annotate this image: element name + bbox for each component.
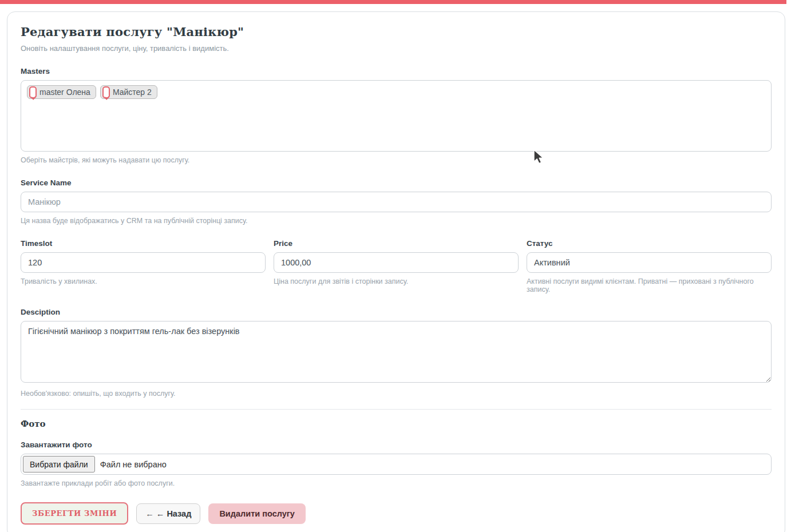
timeslot-label: Timeslot (21, 239, 266, 248)
save-button[interactable]: ЗБЕРЕГТИ ЗМІНИ (21, 502, 128, 525)
price-field: Price Ціна послуги для звітів і сторінки… (274, 239, 519, 293)
masters-help: Оберіть майстрів, які можуть надавати цю… (21, 156, 772, 164)
choose-files-button[interactable]: Вибрати файли (23, 456, 95, 473)
status-help: Активні послуги видимі клієнтам. Приватн… (527, 277, 772, 293)
description-textarea[interactable]: Гігієнічний манікюр з покриттям гель-лак… (21, 321, 772, 383)
photo-upload-label: Завантажити фото (21, 440, 772, 449)
service-name-help: Ця назва буде відображатись у CRM та на … (21, 217, 772, 225)
checkbox-icon (102, 86, 110, 98)
price-help: Ціна послуги для звітів і сторінки запис… (274, 277, 519, 285)
masters-select[interactable]: master Олена Майстер 2 (21, 80, 772, 152)
photo-heading: Фото (21, 419, 772, 429)
master-chip[interactable]: master Олена (27, 85, 96, 99)
numbers-row: Timeslot Тривалість у хвилинах. Price Ці… (21, 239, 772, 293)
master-chip-label: Майстер 2 (113, 88, 152, 97)
photo-upload-field: Завантажити фото Вибрати файли Файл не в… (21, 440, 772, 487)
description-field: Desciption Гігієнічний манікюр з покритт… (21, 308, 772, 398)
masters-field: Masters master Олена Майстер 2 Оберіть м… (21, 67, 772, 164)
checkbox-icon (29, 86, 37, 98)
actions-row: ЗБЕРЕГТИ ЗМІНИ ←← Назад Видалити послугу (21, 502, 772, 525)
description-label: Desciption (21, 308, 772, 316)
page-subtitle: Оновіть налаштування послуги, ціну, трив… (21, 44, 772, 53)
page-title: Редагувати послугу "Манікюр" (21, 25, 772, 39)
master-chip[interactable]: Майстер 2 (100, 85, 157, 99)
master-chip-label: master Олена (39, 88, 90, 97)
masters-label: Masters (21, 67, 772, 76)
service-name-label: Service Name (21, 178, 772, 187)
timeslot-help: Тривалість у хвилинах. (21, 277, 266, 285)
file-input[interactable]: Вибрати файли Файл не вибрано (21, 454, 772, 475)
description-help: Необов'язково: опишіть, що входить у пос… (21, 390, 772, 398)
back-button-label: ← Назад (156, 509, 192, 518)
file-status-text: Файл не вибрано (100, 460, 167, 469)
section-divider (21, 409, 772, 410)
price-input[interactable] (274, 252, 519, 273)
service-name-field: Service Name Ця назва буде відображатись… (21, 178, 772, 225)
status-field: Статус Активний Активні послуги видимі к… (527, 239, 772, 293)
delete-service-button[interactable]: Видалити послугу (208, 503, 306, 524)
edit-service-card: Редагувати послугу "Манікюр" Оновіть нал… (7, 11, 785, 532)
service-name-input[interactable] (21, 192, 772, 212)
arrow-left-icon: ← (145, 509, 154, 518)
timeslot-input[interactable] (21, 252, 266, 273)
status-select[interactable]: Активний (527, 252, 772, 273)
status-label: Статус (527, 239, 772, 248)
top-accent-bar (0, 0, 786, 4)
photo-upload-help: Завантажте приклади робіт або фото послу… (21, 479, 772, 487)
timeslot-field: Timeslot Тривалість у хвилинах. (21, 239, 266, 293)
back-button[interactable]: ←← Назад (136, 503, 200, 524)
price-label: Price (274, 239, 519, 248)
